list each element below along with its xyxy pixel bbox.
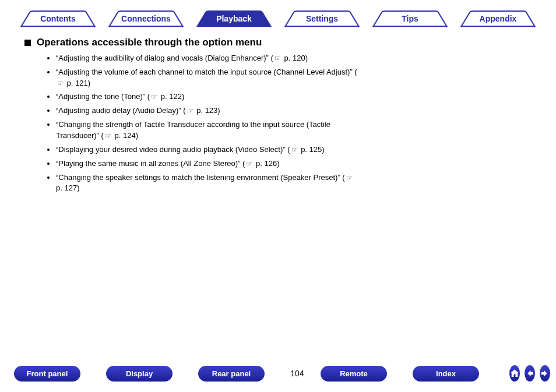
tab-appendix[interactable]: Appendix	[456, 10, 540, 27]
pointer-icon: ☞	[105, 131, 111, 141]
list-item[interactable]: “Adjusting audio delay (Audio Delay)” (☞…	[56, 105, 359, 116]
list-item[interactable]: “Playing the same music in all zones (Al…	[56, 158, 359, 169]
manual-page: Contents Connections Playback Settings T…	[0, 0, 556, 392]
remote-button[interactable]: Remote	[321, 366, 387, 382]
front-panel-button[interactable]: Front panel	[14, 366, 80, 382]
item-page-ref: p. 124	[112, 131, 136, 140]
tab-connections[interactable]: Connections	[104, 10, 188, 27]
tab-playback[interactable]: Playback	[192, 10, 276, 27]
item-page-ref: p. 126	[254, 159, 277, 168]
section-heading-row: Operations accessible through the option…	[24, 36, 542, 50]
pointer-icon: ☞	[246, 159, 252, 169]
list-item[interactable]: “Changing the speaker settings to match …	[56, 172, 359, 195]
tab-settings[interactable]: Settings	[280, 10, 364, 27]
square-bullet-icon	[24, 40, 31, 46]
item-page-ref: p. 120	[282, 54, 305, 62]
home-button[interactable]	[509, 365, 520, 382]
index-button[interactable]: Index	[413, 366, 479, 382]
item-text: “Adjusting the audibility of dialog and …	[56, 54, 273, 62]
item-text: “Changing the speaker settings to match …	[56, 173, 345, 182]
item-tail: )	[77, 183, 79, 192]
rear-panel-button[interactable]: Rear panel	[198, 366, 265, 382]
pointer-icon: ☞	[346, 173, 353, 183]
item-tail: )	[88, 79, 90, 87]
tab-contents[interactable]: Contents	[16, 10, 100, 27]
pointer-icon: ☞	[275, 54, 281, 63]
item-tail: )	[277, 159, 279, 168]
page-number: 104	[287, 369, 308, 378]
item-page-ref: p. 127	[56, 183, 77, 192]
display-button[interactable]: Display	[106, 366, 173, 382]
option-menu-list: “Adjusting the audibility of dialog and …	[56, 53, 359, 194]
item-page-ref: p. 123	[195, 106, 218, 115]
item-text: “Adjusting audio delay (Audio Delay)” (	[56, 106, 186, 115]
tab-tips[interactable]: Tips	[368, 10, 452, 27]
pointer-icon: ☞	[291, 145, 298, 155]
home-icon	[509, 368, 520, 379]
list-item[interactable]: “Changing the strength of Tactile Transd…	[56, 119, 359, 142]
tab-label: Connections	[104, 10, 188, 27]
pointer-icon: ☞	[151, 92, 157, 102]
bottom-bar: Front panelDisplayRear panel 104 RemoteI…	[0, 365, 556, 382]
arrow-left-icon	[525, 368, 535, 379]
item-text: “Displaying your desired video during au…	[56, 145, 290, 154]
prev-page-button[interactable]	[525, 365, 535, 382]
item-tail: )	[322, 145, 324, 154]
tab-label: Playback	[192, 10, 276, 27]
top-tabs: Contents Connections Playback Settings T…	[14, 10, 542, 27]
arrow-right-icon	[540, 368, 550, 379]
item-page-ref: p. 122	[159, 92, 182, 101]
item-tail: )	[136, 131, 138, 140]
tab-label: Settings	[280, 10, 364, 27]
item-text: “Adjusting the tone (Tone)” (	[56, 92, 150, 101]
pointer-icon: ☞	[187, 106, 193, 116]
item-tail: )	[217, 106, 220, 115]
item-tail: )	[305, 54, 308, 62]
tab-label: Contents	[16, 10, 100, 27]
item-tail: )	[182, 92, 184, 101]
list-item[interactable]: “Adjusting the tone (Tone)” (☞ p. 122)	[56, 91, 359, 103]
item-text: “Changing the strength of Tactile Transd…	[56, 120, 330, 140]
tab-label: Tips	[368, 10, 452, 27]
list-item[interactable]: “Adjusting the audibility of dialog and …	[56, 53, 359, 64]
section-heading: Operations accessible through the option…	[37, 36, 262, 50]
item-text: “Adjusting the volume of each channel to…	[56, 68, 357, 76]
list-item[interactable]: “Adjusting the volume of each channel to…	[56, 67, 359, 89]
list-item[interactable]: “Displaying your desired video during au…	[56, 144, 359, 156]
next-page-button[interactable]	[540, 365, 550, 382]
item-text: “Playing the same music in all zones (Al…	[56, 159, 245, 168]
tab-label: Appendix	[456, 10, 540, 27]
pointer-icon: ☞	[57, 79, 64, 89]
item-page-ref: p. 125	[299, 145, 322, 154]
item-page-ref: p. 121	[65, 79, 88, 87]
